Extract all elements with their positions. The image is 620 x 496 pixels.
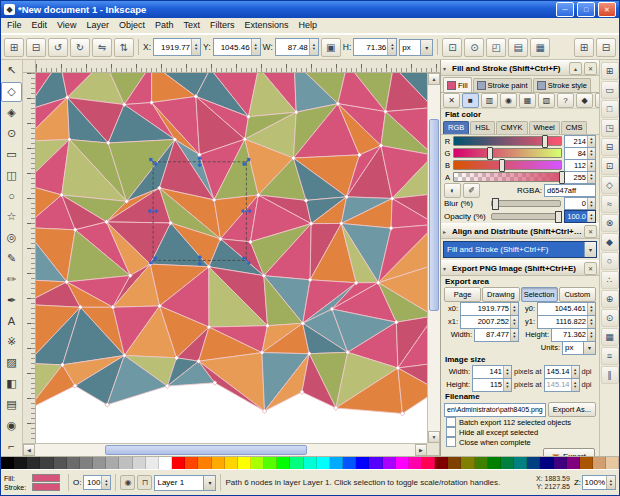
palette-swatch[interactable] — [369, 457, 382, 469]
spinner-arrows-icon[interactable] — [191, 39, 200, 55]
export-units-select[interactable]: px — [562, 341, 596, 355]
slider-handle[interactable] — [555, 211, 562, 223]
object-opacity-input[interactable]: 100 — [83, 475, 111, 490]
menu-object[interactable]: Object — [114, 19, 150, 32]
palette-swatch[interactable] — [567, 457, 580, 469]
eraser-tool[interactable]: ▨ — [1, 353, 22, 373]
spinner-arrows-icon[interactable] — [587, 329, 595, 341]
palette-swatch[interactable] — [40, 457, 53, 469]
export-area-page[interactable]: Page — [444, 287, 481, 302]
flip-horizontal-icon[interactable]: ⇋ — [92, 38, 112, 57]
affect-gradient-icon[interactable]: ▤ — [508, 38, 528, 57]
scroll-up-icon[interactable] — [428, 73, 440, 85]
palette-swatch[interactable] — [461, 457, 474, 469]
dropper-tool[interactable]: ◉ — [1, 415, 22, 435]
color-picker-icon[interactable]: ✐ — [463, 183, 480, 198]
rotate-ccw-icon[interactable]: ↺ — [48, 38, 68, 57]
affect-corners-icon[interactable]: ◰ — [486, 38, 506, 57]
unknown-paint-icon[interactable]: ? — [557, 93, 574, 108]
zoom-tool[interactable]: ⊙ — [1, 124, 22, 144]
snap-bbox-midpoint-icon[interactable]: ⊟ — [601, 138, 619, 156]
snap-path-intersection-icon[interactable]: ⊗ — [601, 214, 619, 232]
spinner-arrows-icon[interactable] — [510, 303, 518, 315]
opacity-value-input[interactable]: 100.0 — [564, 210, 596, 223]
deselect-icon[interactable]: ⊟ — [26, 38, 46, 57]
spinner-arrows-icon[interactable] — [606, 476, 615, 489]
expand-icon[interactable] — [443, 228, 450, 235]
palette-swatch[interactable] — [185, 457, 198, 469]
palette-swatch[interactable] — [264, 457, 277, 469]
blur-value-input[interactable]: 0 — [564, 197, 596, 210]
opacity-slider[interactable] — [491, 213, 561, 220]
color-tab-hsl[interactable]: HSL — [470, 121, 495, 134]
export-option-0[interactable]: Batch export 112 selected objects — [441, 417, 599, 427]
palette-swatch[interactable] — [212, 457, 225, 469]
x-input[interactable]: 1919.77 — [153, 38, 201, 56]
tweak-tool[interactable]: ◈ — [1, 103, 22, 123]
slider-handle[interactable] — [542, 135, 548, 148]
affect-transform-icon[interactable]: ⊙ — [464, 38, 484, 57]
export-height-input[interactable]: 71.362 — [551, 328, 596, 342]
spiral-tool[interactable]: ◎ — [1, 228, 22, 248]
spinner-arrows-icon[interactable] — [309, 39, 318, 55]
vertical-scrollbar[interactable] — [427, 73, 440, 443]
spinner-arrows-icon[interactable] — [587, 303, 595, 315]
affect-move-icon[interactable]: ⊡ — [442, 38, 462, 57]
menu-layer[interactable]: Layer — [81, 19, 114, 32]
linear-gradient-icon[interactable]: ▥ — [481, 93, 498, 108]
snap-path-icon[interactable]: ≈ — [601, 195, 619, 213]
red-slider[interactable] — [453, 136, 562, 146]
palette-swatch[interactable] — [93, 457, 106, 469]
palette-swatch[interactable] — [527, 457, 540, 469]
spinner-arrows-icon[interactable] — [587, 198, 595, 209]
menu-extensions[interactable]: Extensions — [239, 19, 293, 32]
export-button[interactable]: ▣ Export — [543, 448, 595, 457]
snap-bbox-edge-icon[interactable]: □ — [601, 100, 619, 118]
palette-swatch[interactable] — [409, 457, 422, 469]
pattern-icon[interactable]: ▦ — [519, 93, 536, 108]
connector-tool[interactable]: ⌐ — [1, 436, 22, 456]
palette-swatch[interactable] — [514, 457, 527, 469]
stroke-swatch[interactable] — [32, 483, 60, 491]
combo-arrow-icon[interactable] — [584, 242, 596, 257]
palette-swatch[interactable] — [225, 457, 238, 469]
export-area-selection[interactable]: Selection — [521, 287, 558, 302]
canvas[interactable] — [36, 73, 427, 443]
combo-arrow-icon[interactable] — [583, 342, 595, 354]
close-panel-icon[interactable] — [584, 262, 597, 275]
spray-tool[interactable]: ※ — [1, 332, 22, 352]
palette-swatch[interactable] — [172, 457, 185, 469]
palette-swatch[interactable] — [343, 457, 356, 469]
palette-swatch[interactable] — [383, 457, 396, 469]
export-option-2[interactable]: Close when complete — [441, 437, 599, 447]
rotate-cw-icon[interactable]: ↻ — [70, 38, 90, 57]
export-width-input[interactable]: 87.477 — [474, 328, 519, 342]
spinner-arrows-icon[interactable] — [587, 148, 595, 159]
minimize-button[interactable] — [556, 2, 574, 17]
palette-swatch[interactable] — [80, 457, 93, 469]
spinner-arrows-icon[interactable] — [510, 316, 518, 328]
palette-swatch[interactable] — [606, 457, 619, 469]
spinner-arrows-icon[interactable] — [510, 329, 518, 341]
palette-swatch[interactable] — [396, 457, 409, 469]
blue-slider[interactable] — [453, 160, 562, 170]
snap-object-center-icon[interactable]: ⊕ — [601, 290, 619, 308]
horizontal-ruler[interactable] — [36, 60, 440, 73]
palette-swatch[interactable] — [14, 457, 27, 469]
export-png-header[interactable]: Export PNG Image (Shift+Ctrl+E) — [441, 260, 599, 276]
scroll-left-icon[interactable] — [23, 444, 35, 456]
layer-select[interactable]: Layer 1 — [154, 475, 216, 491]
fill-rule-nonzero-icon[interactable]: ◆ — [576, 93, 593, 108]
palette-swatch[interactable] — [448, 457, 461, 469]
export-area-custom[interactable]: Custom — [559, 287, 596, 302]
palette-swatch[interactable] — [1, 457, 14, 469]
export-as-button[interactable]: Export As... — [548, 402, 596, 417]
fill-swatch[interactable] — [32, 474, 60, 482]
paint-bucket-tool[interactable]: ◧ — [1, 374, 22, 394]
palette-swatch[interactable] — [317, 457, 330, 469]
palette-swatch[interactable] — [435, 457, 448, 469]
vertical-ruler[interactable] — [23, 73, 36, 443]
collapse-icon[interactable] — [443, 65, 450, 72]
color-tab-rgb[interactable]: RGB — [443, 121, 469, 134]
horizontal-scroll-thumb[interactable] — [105, 445, 307, 455]
